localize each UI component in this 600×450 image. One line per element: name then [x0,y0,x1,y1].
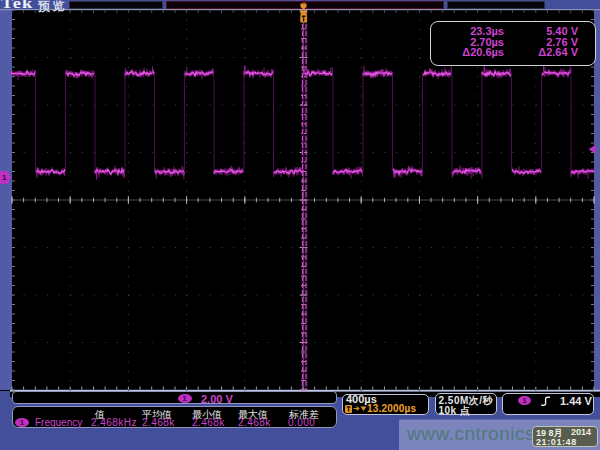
svg-text:1: 1 [2,173,7,182]
